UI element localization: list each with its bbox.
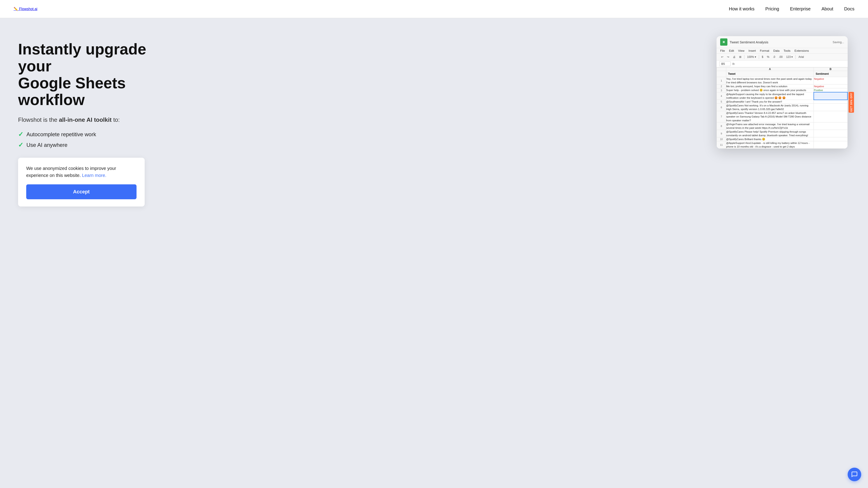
- ss-col-a-header[interactable]: A: [726, 68, 814, 71]
- chat-button[interactable]: [848, 468, 861, 481]
- table-row: 11@AppleSupport #ios11update - is still …: [717, 141, 848, 149]
- ss-formulabar: B5 fx: [717, 61, 848, 67]
- check-icon-1: ✓: [18, 131, 23, 138]
- table-row: 1Yep, I've tried laptop too several time…: [717, 77, 848, 85]
- feature-ai: ✓ Use AI anywhere: [18, 141, 176, 149]
- row-number: 1: [717, 77, 726, 85]
- sentiment-cell[interactable]: [814, 122, 847, 130]
- row-number: 5: [717, 100, 726, 104]
- discount-badge: GET 30% OFF: [848, 92, 854, 113]
- hero-subtitle-plain: Flowshot is the: [18, 116, 59, 123]
- nav-enterprise[interactable]: Enterprise: [790, 6, 811, 11]
- sentiment-cell[interactable]: [814, 111, 847, 122]
- nav-pricing[interactable]: Pricing: [765, 6, 779, 11]
- chat-icon: [851, 471, 858, 478]
- sentiment-cell[interactable]: [814, 137, 847, 141]
- ss-menubar: File Edit View Insert Format Data Tools …: [717, 48, 848, 54]
- ss-col-b-header[interactable]: B: [814, 68, 847, 71]
- ss-title: Tweet Sentiment Analysis: [730, 40, 830, 44]
- sentiment-cell[interactable]: [814, 92, 847, 100]
- row-number: 9: [717, 130, 726, 137]
- ss-menu-format[interactable]: Format: [760, 49, 769, 53]
- ss-col-tweet-label: Tweet: [726, 71, 814, 77]
- table-row: 9@SpotifyCares Please help! Spotify Prem…: [717, 130, 848, 137]
- table-row: 5@SouthwestAir I am! Thank you for the a…: [717, 100, 848, 104]
- check-icon-2: ✓: [18, 141, 23, 149]
- hero-section: Instantly upgrade your Google Sheets wor…: [0, 18, 868, 488]
- ss-fx-label: fx: [733, 62, 735, 66]
- tweet-cell[interactable]: @VirginTrains see attached error message…: [726, 122, 814, 130]
- sentiment-cell[interactable]: Negative: [814, 77, 847, 85]
- ss-menu-data[interactable]: Data: [773, 49, 779, 53]
- table-row: 2Me too, pretty annoyed, hope they can f…: [717, 85, 848, 88]
- table-row: 7@SpotifyCares Thanks! Version 8.4.22.85…: [717, 111, 848, 122]
- ss-toolbar-percent[interactable]: %: [766, 55, 770, 59]
- tweet-cell[interactable]: Super help - problem solved 😊 once again…: [726, 88, 814, 92]
- ss-row-num-header: [717, 68, 726, 71]
- row-number: 6: [717, 104, 726, 111]
- ss-toolbar-undo[interactable]: ↩: [720, 55, 724, 59]
- row-number: 10: [717, 137, 726, 141]
- ss-toolbar-font[interactable]: Arial: [798, 55, 805, 59]
- ss-menu-file[interactable]: File: [720, 49, 725, 53]
- hero-title-line1: Instantly upgrade your: [18, 40, 146, 74]
- table-row: 8@VirginTrains see attached error messag…: [717, 122, 848, 130]
- hero-title: Instantly upgrade your Google Sheets wor…: [18, 41, 176, 108]
- sentiment-cell[interactable]: [814, 104, 847, 111]
- tweet-cell[interactable]: @SouthwestAir I am! Thank you for the an…: [726, 100, 814, 104]
- sentiment-cell[interactable]: Positive: [814, 88, 847, 92]
- ss-menu-tools[interactable]: Tools: [783, 49, 790, 53]
- ss-cell-ref[interactable]: B5: [719, 61, 731, 66]
- tweet-cell[interactable]: @SpotifyCares Brilliant thanks 😊: [726, 137, 814, 141]
- feature-2-text: Use AI anywhere: [26, 142, 67, 148]
- tweet-cell[interactable]: @SpotifyCares Please help! Spotify Premi…: [726, 130, 814, 137]
- ss-toolbar-divider-2: [759, 55, 759, 59]
- hero-features-list: ✓ Autocomplete repetitive work ✓ Use AI …: [18, 131, 176, 149]
- ss-toolbar-paint[interactable]: ⊞: [738, 55, 742, 59]
- ss-menu-view[interactable]: View: [738, 49, 744, 53]
- ss-menu-edit[interactable]: Edit: [729, 49, 734, 53]
- row-number: 2: [717, 85, 726, 88]
- nav-docs[interactable]: Docs: [844, 6, 855, 11]
- table-row: 3Super help - problem solved 😊 once agai…: [717, 88, 848, 92]
- tweet-cell[interactable]: Yep, I've tried laptop too several times…: [726, 77, 814, 85]
- row-number: 11: [717, 141, 726, 149]
- nav-how-it-works[interactable]: How it works: [729, 6, 754, 11]
- tweet-cell[interactable]: @AppleSupport causing the reply to be di…: [726, 92, 814, 100]
- logo-text: Flowshot.ai: [19, 7, 37, 11]
- navbar: ✏️ Flowshot.ai How it works Pricing Ente…: [0, 0, 868, 18]
- ss-table-body: 1Yep, I've tried laptop too several time…: [717, 77, 848, 149]
- row-number: 4: [717, 92, 726, 100]
- ss-menu-extensions[interactable]: Extensions: [795, 49, 809, 53]
- ss-toolbar-decimal1[interactable]: .0: [772, 55, 776, 59]
- ss-logo: [720, 38, 727, 46]
- tweet-cell[interactable]: @SpotifyCares Not working. It's on a Mac…: [726, 104, 814, 111]
- ss-saving: Saving...: [833, 40, 844, 44]
- ss-toolbar-redo[interactable]: ↪: [726, 55, 730, 59]
- tweet-cell[interactable]: @AppleSupport #ios11update - is still ki…: [726, 141, 814, 149]
- hero-subtitle-suffix: to:: [112, 116, 120, 123]
- ss-toolbar-zoom[interactable]: 100% ▾: [746, 55, 757, 59]
- cookie-learn-more[interactable]: Learn more.: [82, 173, 106, 178]
- sentiment-cell[interactable]: [814, 130, 847, 137]
- sentiment-cell[interactable]: [814, 141, 847, 149]
- cookie-accept-button[interactable]: Accept: [26, 184, 136, 199]
- tweet-cell[interactable]: Me too, pretty annoyed, hope they can fi…: [726, 85, 814, 88]
- sentiment-cell[interactable]: Negative: [814, 85, 847, 88]
- ss-table: A B Tweet Sentiment 1Yep, I've tried lap…: [717, 67, 848, 149]
- hero-subtitle: Flowshot is the all-in-one AI toolkit to…: [18, 116, 176, 123]
- sentiment-cell[interactable]: [814, 100, 847, 104]
- ss-col-headers-row: A B: [717, 68, 848, 71]
- ss-col-sentiment-label: Sentiment: [814, 71, 847, 77]
- nav-about[interactable]: About: [822, 6, 833, 11]
- ss-toolbar-currency[interactable]: $: [761, 55, 764, 59]
- ss-data-header-row: Tweet Sentiment: [717, 71, 848, 77]
- ss-toolbar-decimal2[interactable]: .00: [778, 55, 783, 59]
- nav-links: How it works Pricing Enterprise About Do…: [729, 6, 855, 11]
- ss-toolbar-format-num[interactable]: 123 ▾: [785, 55, 794, 59]
- logo[interactable]: ✏️ Flowshot.ai: [13, 7, 37, 11]
- feature-1-text: Autocomplete repetitive work: [26, 131, 96, 138]
- ss-menu-insert[interactable]: Insert: [748, 49, 756, 53]
- ss-toolbar-print[interactable]: 🖨: [732, 55, 737, 59]
- tweet-cell[interactable]: @SpotifyCares Thanks! Version 8.4.22.857…: [726, 111, 814, 122]
